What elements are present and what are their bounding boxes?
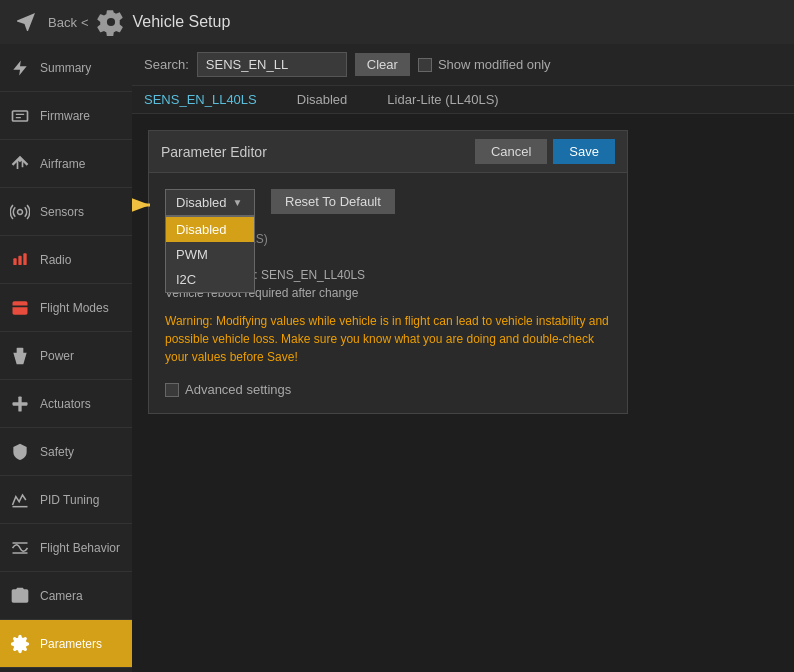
param-editor-body: Disabled ▼ Disabled PWM I2C Reset To Def… [149,173,627,413]
svg-point-1 [18,209,23,214]
sidebar-label-camera: Camera [40,589,83,603]
sidebar-label-pid-tuning: PID Tuning [40,493,99,507]
back-chevron: < [81,15,89,30]
actuators-icon [8,392,32,416]
sidebar-item-flight-behavior[interactable]: Flight Behavior [0,524,132,572]
sidebar-item-safety[interactable]: Safety [0,428,132,476]
back-label: Back [48,15,77,30]
svg-rect-3 [18,255,21,264]
advanced-settings-label: Advanced settings [185,382,291,397]
sidebar-label-airframe: Airframe [40,157,85,171]
power-icon [8,344,32,368]
firmware-icon [8,104,32,128]
warning-text: Warning: Modifying values while vehicle … [165,312,611,366]
summary-icon [8,56,32,80]
result-description: Lidar-Lite (LL40LS) [387,92,498,107]
editor-area: Parameter Editor Cancel Save [132,114,794,672]
sidebar-item-parameters[interactable]: Parameters [0,620,132,668]
pid-icon [8,488,32,512]
page-title: Vehicle Setup [133,13,231,31]
sidebar-item-firmware[interactable]: Firmware [0,92,132,140]
results-row: SENS_EN_LL40LS Disabled Lidar-Lite (LL40… [132,86,794,114]
radio-icon [8,248,32,272]
sidebar-item-actuators[interactable]: Actuators [0,380,132,428]
svg-rect-4 [23,253,26,265]
sidebar-item-power[interactable]: Power [0,332,132,380]
airframe-icon [8,152,32,176]
sidebar-label-power: Power [40,349,74,363]
dropdown-button[interactable]: Disabled ▼ [165,189,255,216]
arrow-indicator [132,193,158,217]
drone-icon [12,8,40,36]
dropdown-arrow-icon: ▼ [233,197,243,208]
sensors-icon [8,200,32,224]
sidebar-item-pid-tuning[interactable]: PID Tuning [0,476,132,524]
svg-rect-7 [18,396,21,411]
param-editor-buttons: Cancel Save [475,139,615,164]
param-editor-title: Parameter Editor [161,144,267,160]
parameter-editor: Parameter Editor Cancel Save [148,130,628,414]
dropdown-option-disabled[interactable]: Disabled [166,217,254,242]
sidebar-label-firmware: Firmware [40,109,90,123]
sidebar-item-flight-modes[interactable]: Flight Modes [0,284,132,332]
back-button[interactable]: Back < [48,15,89,30]
header: Back < Vehicle Setup [0,0,794,44]
sidebar-item-camera[interactable]: Camera [0,572,132,620]
dropdown-option-i2c[interactable]: I2C [166,267,254,292]
clear-button[interactable]: Clear [355,53,410,76]
parameters-icon [8,632,32,656]
arrow-icon [132,193,158,217]
sidebar-item-sensors[interactable]: Sensors [0,188,132,236]
content-area: Search: Clear Show modified only SENS_EN… [132,44,794,672]
search-input[interactable] [197,52,347,77]
dropdown-option-pwm[interactable]: PWM [166,242,254,267]
result-param[interactable]: SENS_EN_LL40LS [144,92,257,107]
sidebar-label-flight-modes: Flight Modes [40,301,109,315]
sidebar-label-summary: Summary [40,61,91,75]
advanced-settings-checkbox[interactable] [165,383,179,397]
sidebar-label-actuators: Actuators [40,397,91,411]
camera-icon [8,584,32,608]
flightmodes-icon [8,296,32,320]
sidebar: Summary Firmware Airframe [0,44,132,672]
dropdown-wrapper: Disabled ▼ Disabled PWM I2C [165,189,255,216]
sidebar-label-flight-behavior: Flight Behavior [40,541,120,555]
dropdown-menu: Disabled PWM I2C [165,216,255,293]
svg-rect-2 [13,258,16,265]
show-modified-container[interactable]: Show modified only [418,57,551,72]
show-modified-label: Show modified only [438,57,551,72]
result-value: Disabled [297,92,348,107]
sidebar-item-airframe[interactable]: Airframe [0,140,132,188]
sidebar-label-radio: Radio [40,253,71,267]
cancel-button[interactable]: Cancel [475,139,547,164]
save-button[interactable]: Save [553,139,615,164]
search-bar: Search: Clear Show modified only [132,44,794,86]
flightbehavior-icon [8,536,32,560]
sidebar-label-parameters: Parameters [40,637,102,651]
show-modified-checkbox[interactable] [418,58,432,72]
advanced-settings-row[interactable]: Advanced settings [165,382,611,397]
dropdown-current-value: Disabled [176,195,227,210]
dropdown-row: Disabled ▼ Disabled PWM I2C Reset To Def… [165,189,611,216]
search-label: Search: [144,57,189,72]
reset-to-default-button[interactable]: Reset To Default [271,189,395,214]
main-layout: Summary Firmware Airframe [0,44,794,672]
sidebar-item-summary[interactable]: Summary [0,44,132,92]
sidebar-item-radio[interactable]: Radio [0,236,132,284]
svg-rect-0 [13,111,28,121]
sidebar-label-sensors: Sensors [40,205,84,219]
gear-icon [97,8,125,36]
safety-icon [8,440,32,464]
sidebar-label-safety: Safety [40,445,74,459]
param-editor-header: Parameter Editor Cancel Save [149,131,627,173]
